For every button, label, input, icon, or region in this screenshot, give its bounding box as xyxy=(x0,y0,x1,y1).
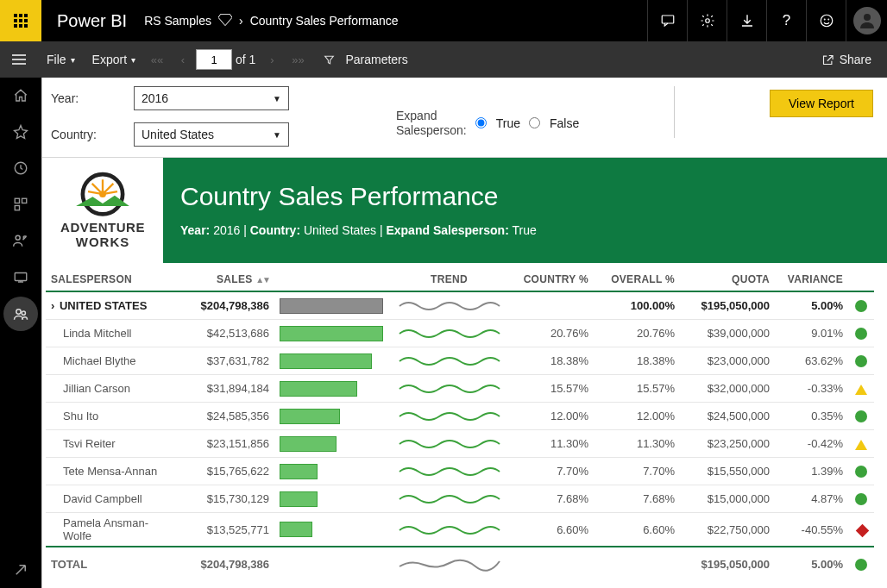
nav-recent-icon[interactable] xyxy=(0,150,41,186)
nav-shared-icon[interactable] xyxy=(0,222,41,259)
report-toolbar: File▾ Export▾ «« ‹ of 1 › »» Parameters … xyxy=(0,41,887,78)
download-icon[interactable] xyxy=(727,0,766,41)
table-row[interactable]: Pamela Ansman-Wolfe$13,525,7716.60%6.60%… xyxy=(46,513,874,547)
expand-toggle-icon[interactable]: › xyxy=(51,299,54,312)
page-total-label: of 1 xyxy=(232,53,259,66)
svg-rect-8 xyxy=(22,198,27,203)
nav-workspaces-icon[interactable] xyxy=(0,259,41,295)
svg-point-20 xyxy=(99,191,106,197)
param-country-select[interactable]: United States▼ xyxy=(134,122,289,147)
param-expand-true[interactable]: True xyxy=(475,116,520,130)
nav-getdata-icon[interactable] xyxy=(0,552,41,588)
table-row[interactable]: Tsvi Reiter$23,151,85611.30%11.30%$23,25… xyxy=(46,430,874,458)
chevron-down-icon: ▾ xyxy=(131,55,135,65)
svg-point-4 xyxy=(827,19,828,20)
svg-rect-0 xyxy=(662,16,674,23)
status-indicator-icon xyxy=(855,559,867,571)
parameter-panel: Year: 2016▼ Country: United States▼ Expa… xyxy=(42,78,887,158)
chat-icon[interactable] xyxy=(647,0,687,41)
table-row[interactable]: Shu Ito$24,585,35612.00%12.00%$24,500,00… xyxy=(46,403,874,430)
col-salesperson[interactable]: SALESPERSON xyxy=(46,270,171,291)
table-row[interactable]: Michael Blythe$37,631,78218.38%18.38%$23… xyxy=(46,347,874,375)
menu-toggle-icon[interactable] xyxy=(0,41,38,78)
total-row: TOTAL $204,798,386 $195,050,000 5.00% xyxy=(46,547,874,578)
status-indicator-icon xyxy=(855,493,867,505)
main-content: Year: 2016▼ Country: United States▼ Expa… xyxy=(41,78,887,588)
svg-point-13 xyxy=(22,311,25,315)
svg-point-12 xyxy=(16,310,21,314)
app-launcher-icon[interactable] xyxy=(0,0,41,41)
svg-point-2 xyxy=(821,15,833,27)
report-title: Country Sales Performance xyxy=(180,182,870,211)
top-header: Power BI RS Samples › Country Sales Perf… xyxy=(0,0,887,41)
nav-my-workspace-icon[interactable] xyxy=(3,297,38,331)
table-row[interactable]: David Campbell$15,730,1297.68%7.68%$15,0… xyxy=(46,485,874,513)
page-number-input[interactable] xyxy=(196,49,232,70)
svg-rect-7 xyxy=(15,198,19,203)
breadcrumb-separator-icon: › xyxy=(239,14,243,28)
chevron-down-icon: ▾ xyxy=(71,55,75,65)
nav-rail xyxy=(0,78,41,588)
table-row[interactable]: › UNITED STATES$204,798,386100.00%$195,0… xyxy=(46,291,874,320)
status-indicator-icon xyxy=(855,385,867,395)
svg-point-1 xyxy=(705,19,709,23)
nav-home-icon[interactable] xyxy=(0,78,41,114)
param-expand-false[interactable]: False xyxy=(529,116,579,130)
parameters-button[interactable]: Parameters xyxy=(342,53,411,66)
first-page-icon: «« xyxy=(144,47,170,72)
help-icon[interactable]: ? xyxy=(766,0,806,41)
svg-point-5 xyxy=(864,14,871,21)
app-name[interactable]: Power BI xyxy=(41,11,144,31)
nav-apps-icon[interactable] xyxy=(0,186,41,222)
filter-icon[interactable] xyxy=(316,47,342,72)
chevron-down-icon: ▼ xyxy=(273,130,281,140)
svg-rect-9 xyxy=(15,206,19,210)
nav-favorites-icon[interactable] xyxy=(0,114,41,150)
smile-icon[interactable] xyxy=(806,0,846,41)
file-menu[interactable]: File▾ xyxy=(47,53,75,66)
status-indicator-icon xyxy=(855,410,867,422)
breadcrumb: RS Samples › Country Sales Performance xyxy=(144,14,398,28)
status-indicator-icon xyxy=(855,300,867,312)
sort-icon: ▲▼ xyxy=(255,275,269,285)
svg-rect-11 xyxy=(15,273,27,281)
svg-point-10 xyxy=(16,235,20,240)
param-country-label: Country: xyxy=(51,128,134,141)
company-logo: ADVENTURE WORKS xyxy=(42,158,163,263)
status-indicator-icon xyxy=(855,523,869,537)
breadcrumb-page[interactable]: Country Sales Performance xyxy=(250,14,399,28)
status-indicator-icon xyxy=(855,466,867,478)
view-report-button[interactable]: View Report xyxy=(770,90,873,117)
chevron-down-icon: ▼ xyxy=(273,94,281,103)
col-trend[interactable]: TREND xyxy=(391,270,507,291)
param-expand-label: ExpandSalesperson: xyxy=(396,109,467,138)
col-overallpct[interactable]: OVERALL % xyxy=(594,270,680,291)
table-row[interactable]: Linda Mitchell$42,513,68620.76%20.76%$39… xyxy=(46,320,874,347)
col-countrypct[interactable]: COUNTRY % xyxy=(507,270,594,291)
svg-point-3 xyxy=(824,19,825,20)
table-row[interactable]: Tete Mensa-Annan$15,765,6227.70%7.70%$15… xyxy=(46,458,874,485)
col-variance[interactable]: VARIANCE xyxy=(775,270,848,291)
report-subtitle: Year: 2016 | Country: United States | Ex… xyxy=(180,223,870,237)
prev-page-icon: ‹ xyxy=(170,47,196,72)
profile-avatar[interactable] xyxy=(846,0,887,41)
table-row[interactable]: Jillian Carson$31,894,18415.57%15.57%$32… xyxy=(46,375,874,403)
export-menu[interactable]: Export▾ xyxy=(92,53,135,66)
report-body: ADVENTURE WORKS Country Sales Performanc… xyxy=(42,158,887,588)
status-indicator-icon xyxy=(855,440,867,450)
status-indicator-icon xyxy=(855,328,867,340)
status-indicator-icon xyxy=(855,355,867,367)
report-title-banner: Country Sales Performance Year: 2016 | C… xyxy=(163,158,887,263)
col-sales[interactable]: SALES ▲▼ xyxy=(171,270,274,291)
col-quota[interactable]: QUOTA xyxy=(680,270,775,291)
share-icon xyxy=(821,53,834,66)
premium-diamond-icon xyxy=(218,14,232,28)
param-year-label: Year: xyxy=(51,91,134,105)
breadcrumb-workspace[interactable]: RS Samples xyxy=(144,14,211,28)
param-year-select[interactable]: 2016▼ xyxy=(134,86,289,110)
share-button[interactable]: Share xyxy=(821,53,871,66)
next-page-icon: › xyxy=(259,47,285,72)
gear-icon[interactable] xyxy=(687,0,727,41)
last-page-icon: »» xyxy=(285,47,311,72)
sales-table: SALESPERSON SALES ▲▼ TREND COUNTRY % OVE… xyxy=(46,270,874,578)
